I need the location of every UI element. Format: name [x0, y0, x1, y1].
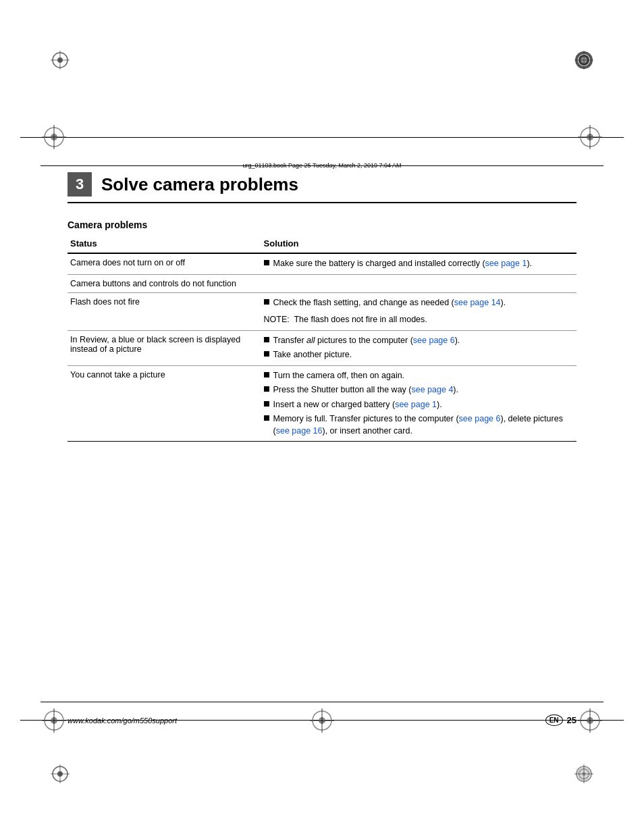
solution-cell: Turn the camera off, then on again. Pres… — [261, 365, 576, 442]
lang-badge: EN — [545, 714, 563, 726]
bullet-icon — [264, 372, 269, 377]
table-row: Camera buttons and controls do not funct… — [68, 274, 576, 292]
col-header-status: Status — [68, 236, 261, 253]
reg-mark-top-left — [42, 125, 66, 149]
list-item: Take another picture. — [264, 349, 571, 361]
solution-link-2[interactable]: see page 16 — [276, 426, 323, 436]
col-header-solution: Solution — [261, 236, 576, 253]
status-cell: You cannot take a picture — [68, 365, 261, 442]
footer-url: www.kodak.com/go/m550support — [68, 716, 177, 725]
reg-mark-bottom-left — [42, 708, 66, 733]
solution-list: Make sure the battery is charged and ins… — [264, 258, 571, 270]
list-item: NOTE: The flash does not fire in all mod… — [264, 311, 571, 326]
table-row: In Review, a blue or black screen is dis… — [68, 330, 576, 365]
solution-text: Check the flash setting, and change as n… — [273, 297, 506, 309]
bullet-icon — [264, 351, 269, 357]
solution-text: Transfer all pictures to the computer (s… — [273, 335, 460, 347]
solution-text: Press the Shutter button all the way (se… — [273, 384, 458, 396]
solution-text: Insert a new or charged battery (see pag… — [273, 399, 442, 411]
problems-table: Status Solution Camera does not turn on … — [68, 236, 576, 442]
solution-link[interactable]: see page 1 — [395, 400, 437, 409]
chapter-number: 3 — [68, 172, 92, 197]
table-row: Flash does not fire Check the flash sett… — [68, 292, 576, 330]
solution-cell: Make sure the battery is charged and ins… — [261, 253, 576, 274]
solution-text: Make sure the battery is charged and ins… — [273, 258, 533, 270]
list-item: Check the flash setting, and change as n… — [264, 297, 571, 309]
corner-mark-tr — [574, 51, 593, 70]
corner-mark-br — [574, 764, 593, 783]
bullet-icon — [264, 260, 269, 265]
bullet-icon — [264, 401, 269, 407]
list-item: Transfer all pictures to the computer (s… — [264, 335, 571, 347]
chapter-header: 3 Solve camera problems — [68, 172, 576, 203]
list-item: Turn the camera off, then on again. — [264, 370, 571, 382]
solution-link[interactable]: see page 6 — [459, 414, 501, 423]
bullet-icon — [264, 337, 269, 342]
status-cell: In Review, a blue or black screen is dis… — [68, 330, 261, 365]
list-item: Press the Shutter button all the way (se… — [264, 384, 571, 396]
section-heading: Camera problems — [68, 219, 576, 230]
solution-list: Turn the camera off, then on again. Pres… — [264, 370, 571, 438]
solution-cell: Check the flash setting, and change as n… — [261, 292, 576, 330]
table-row: Camera does not turn on or off Make sure… — [68, 253, 576, 274]
solution-cell — [261, 274, 576, 292]
reg-mark-top-right — [578, 125, 602, 149]
list-item: Memory is full. Transfer pictures to the… — [264, 413, 571, 437]
footer-area: www.kodak.com/go/m550support EN 25 — [68, 714, 576, 726]
solution-link[interactable]: see page 4 — [411, 385, 453, 394]
solution-text: Memory is full. Transfer pictures to the… — [273, 413, 571, 437]
solution-cell: Transfer all pictures to the computer (s… — [261, 330, 576, 365]
crosshair-line-top — [20, 137, 624, 138]
content-area: 3 Solve camera problems Camera problems … — [68, 172, 576, 442]
solution-link[interactable]: see page 14 — [454, 298, 501, 307]
solution-text: Turn the camera off, then on again. — [273, 370, 405, 382]
solution-link[interactable]: see page 1 — [485, 259, 527, 268]
corner-mark-bl — [51, 764, 70, 783]
table-row: You cannot take a picture Turn the camer… — [68, 365, 576, 442]
solution-link[interactable]: see page 6 — [413, 336, 455, 345]
solution-list: Check the flash setting, and change as n… — [264, 297, 571, 326]
corner-mark-tl — [51, 51, 70, 70]
page-number: 25 — [567, 715, 576, 725]
status-cell: Flash does not fire — [68, 292, 261, 330]
list-item: Make sure the battery is charged and ins… — [264, 258, 571, 270]
chapter-title: Solve camera problems — [101, 174, 298, 195]
list-item: Insert a new or charged battery (see pag… — [264, 399, 571, 411]
reg-mark-bottom-right — [578, 708, 602, 733]
page-badge: EN 25 — [545, 714, 576, 726]
h-rule-top — [41, 165, 603, 166]
solution-text: Take another picture. — [273, 349, 352, 361]
note-text: NOTE: The flash does not fire in all mod… — [264, 314, 427, 326]
h-rule-bottom — [41, 702, 603, 702]
solution-list: Transfer all pictures to the computer (s… — [264, 335, 571, 361]
status-cell: Camera buttons and controls do not funct… — [68, 274, 261, 292]
page-container: urg_01103.book Page 25 Tuesday, March 2,… — [0, 0, 644, 834]
bullet-icon — [264, 299, 269, 305]
bullet-icon — [264, 386, 269, 392]
bullet-icon — [264, 415, 269, 421]
status-cell: Camera does not turn on or off — [68, 253, 261, 274]
